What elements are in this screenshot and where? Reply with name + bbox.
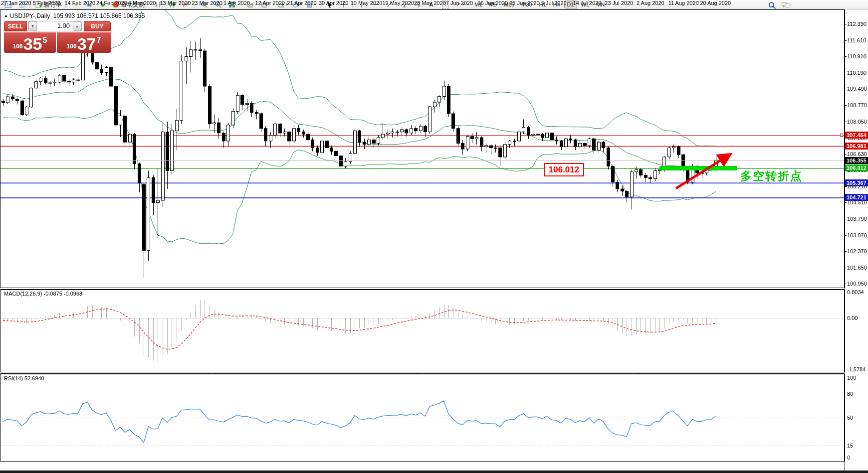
date-axis-label: 1 Apr 2020 <box>223 0 250 6</box>
chart-symbol-period: USDJPY-,Daily <box>10 12 50 19</box>
hline-selection-handle[interactable] <box>840 134 843 137</box>
chat-icon <box>782 1 791 9</box>
date-axis-label: 5 Jul 2020 <box>541 0 567 6</box>
window-bottom-edge <box>0 471 868 473</box>
price-axis-tick: 103.070 <box>847 232 867 238</box>
tick-mark <box>845 122 847 122</box>
cn-annotation-text[interactable]: 多空转折点 <box>740 168 803 184</box>
rsi-axis-tick: 0 <box>847 455 850 461</box>
date-axis-label: 5 Feb 2020 <box>33 0 61 6</box>
price-level-badge: 106.981 <box>845 143 868 150</box>
rsi-axis-tick: 80 <box>847 391 853 397</box>
buy-price[interactable]: 106 37 7 <box>57 32 111 53</box>
price-axis-tick: 112.330 <box>847 21 867 27</box>
direction-up-icon: ▲ <box>4 13 8 18</box>
tick-mark <box>845 89 847 89</box>
mt4-window: ◫新订单✎☁◉自动交易▾◷▾▤▾EFAT↗▾ M1M5M15M30H1H4D1W… <box>0 0 868 473</box>
price-axis-tick: 100.950 <box>847 281 867 287</box>
macd-axis-tick: -1.5784 <box>847 366 866 372</box>
date-axis-label: 7 Jun 2020 <box>446 0 473 6</box>
tick-mark <box>845 56 847 57</box>
volume-input[interactable]: 1.00 <box>37 21 73 31</box>
tick-mark <box>845 251 847 252</box>
price-annotation-text: 106.012 <box>549 165 579 175</box>
date-axis-label: 20 Aug 2020 <box>700 0 731 6</box>
buy-button[interactable]: BUY <box>84 21 111 31</box>
one-click-trading-panel: SELL ▼ 1.00 ▲ BUY 106 35 5 106 37 7 <box>4 21 111 53</box>
macd-axis-tick: 0.8034 <box>847 289 864 295</box>
date-axis-label: 14 Jul 2020 <box>573 0 602 6</box>
date-axis-label: 28 May 2020 <box>414 0 446 6</box>
sell-price-big: 35 <box>23 36 42 52</box>
date-axis-label: 23 Mar 2020 <box>192 0 222 6</box>
date-axis-label: 12 Apr 2020 <box>255 0 285 6</box>
price-level-badge: 107.454 <box>845 132 868 139</box>
search-icon <box>768 1 777 9</box>
sell-button[interactable]: SELL <box>4 21 27 31</box>
price-axis-tick: 106.630 <box>847 151 867 157</box>
price-axis-tick: 108.050 <box>847 119 867 125</box>
price-axis-tick: 110.910 <box>847 53 867 59</box>
price-axis-tick: 110.190 <box>847 70 867 76</box>
tick-mark <box>845 235 847 236</box>
price-axis-tick: 109.490 <box>847 86 867 92</box>
tick-mark <box>845 73 847 73</box>
date-axis-label: 25 Jun 2020 <box>509 0 540 6</box>
tick-mark <box>845 24 847 24</box>
price-axis-tick: 103.790 <box>847 216 867 222</box>
price-axis-tick: 102.370 <box>847 248 867 254</box>
date-axis-label: 4 Mar 2020 <box>128 0 156 6</box>
volume-decrease-icon[interactable]: ▼ <box>28 21 37 31</box>
date-axis-label: 23 Jul 2020 <box>605 0 633 6</box>
price-annotation-box[interactable]: 106.012 <box>544 163 584 176</box>
tick-mark <box>845 154 847 155</box>
chart-ohlc-values: 105.993 106.571 105.865 106.355 <box>53 12 145 19</box>
date-axis-label: 27 Jan 2020 <box>1 0 31 6</box>
date-axis-label: 14 Feb 2020 <box>64 0 95 6</box>
price-level-badge: 104.721 <box>845 194 868 201</box>
rsi-axis-tick: 100 <box>847 375 856 381</box>
date-axis-label: 13 Mar 2020 <box>160 0 191 6</box>
chart-title: ▲USDJPY-,Daily 105.993 106.571 105.865 1… <box>4 12 145 19</box>
rsi-axis-tick: 50 <box>847 415 853 421</box>
date-axis-label: 16 Jun 2020 <box>478 0 508 6</box>
sell-price-pip: 5 <box>42 36 47 45</box>
price-level-badge: 105.367 <box>845 179 868 186</box>
tick-mark <box>845 202 847 203</box>
buy-price-prefix: 106 <box>67 43 77 50</box>
volume-increase-icon[interactable]: ▲ <box>73 21 81 31</box>
chat-button[interactable] <box>780 0 793 10</box>
trend-arrow[interactable] <box>663 145 753 199</box>
search-button[interactable] <box>766 0 779 10</box>
sell-price-prefix: 106 <box>13 43 23 50</box>
date-axis-label: 21 Apr 2020 <box>287 0 316 6</box>
macd-axis-tick: 0.00 <box>847 315 858 321</box>
date-axis-label: 24 Feb 2020 <box>96 0 127 6</box>
tick-mark <box>845 40 847 41</box>
tick-mark <box>845 186 847 187</box>
price-axis-tick: 108.770 <box>847 102 867 108</box>
chart-canvas[interactable] <box>0 9 868 473</box>
tick-mark <box>845 268 847 268</box>
price-axis-tick: 101.650 <box>847 265 867 271</box>
sell-price[interactable]: 106 35 5 <box>4 32 56 53</box>
rsi-label: RSI(14) 52.6940 <box>4 375 44 381</box>
rsi-axis-tick: 15 <box>847 443 853 449</box>
tick-mark <box>845 284 847 284</box>
current-price-badge: 106.355 <box>845 157 868 164</box>
macd-label: MACD(12,26,9) -0.0875 -0.0968 <box>4 291 82 297</box>
date-axis-label: 11 Aug 2020 <box>668 0 699 6</box>
date-axis-label: 30 Apr 2020 <box>319 0 348 6</box>
tick-mark <box>845 219 847 219</box>
price-axis-tick: 111.610 <box>847 37 866 43</box>
price-level-badge: 106.012 <box>845 164 868 171</box>
date-axis-label: 19 May 2020 <box>382 0 414 6</box>
buy-price-pip: 7 <box>96 36 101 45</box>
buy-price-big: 37 <box>77 36 96 52</box>
date-axis-label: 2 Aug 2020 <box>637 0 664 6</box>
date-axis-label: 10 May 2020 <box>351 0 383 6</box>
tick-mark <box>845 105 847 106</box>
